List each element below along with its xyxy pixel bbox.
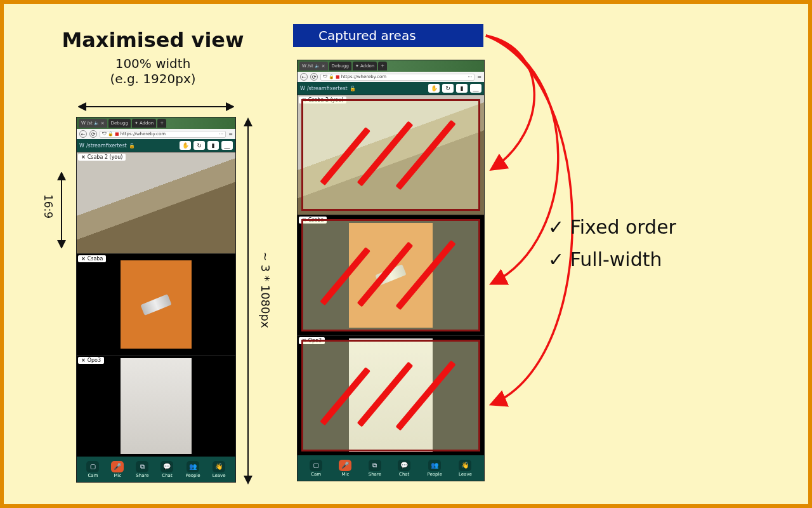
share-button[interactable]: ⧉Share	[369, 460, 381, 477]
aspect-ratio-label: 16:9	[42, 194, 55, 218]
hand-button[interactable]: ✋	[428, 84, 440, 93]
browser-window-left: W/st🔈× Debugg ✦Addon + ← ⟳ 🛡 🔒 ■ https:/…	[76, 117, 236, 483]
screen-share-icon: ⧉	[136, 461, 148, 472]
room-name: W/streamfixertest🔓	[300, 86, 426, 91]
leave-button[interactable]: 👋Leave	[459, 460, 472, 477]
close-icon[interactable]: ×	[81, 256, 86, 262]
chat-icon: 💬	[398, 460, 410, 471]
bullet-fixed-order: Fixed order	[548, 211, 676, 243]
close-icon[interactable]: ×	[81, 358, 86, 363]
people-button[interactable]: 👥People	[185, 461, 200, 478]
camera-icon: ▢	[86, 461, 99, 472]
reload-button[interactable]: ⟳	[310, 73, 318, 81]
room-bar: W/streamfixertest🔓 ✋ ↻ ▮ __	[298, 82, 484, 95]
feature-bullets: Fixed order Full-width	[548, 211, 676, 276]
call-toolbar: ▢Cam 🎤Mic ⧉Share 💬Chat 👥People 👋Leave	[298, 455, 484, 481]
participant-chip[interactable]: ×Opo3	[78, 357, 104, 364]
wave-icon: 👋	[213, 461, 225, 472]
url-text: https://whereby.com	[121, 131, 166, 137]
title-block: Maximised view 100% width (e.g. 1920px)	[42, 28, 264, 86]
aspect-ratio-arrow	[56, 172, 67, 248]
close-icon[interactable]: ×	[81, 154, 86, 160]
people-icon: 👥	[428, 460, 441, 471]
mic-button[interactable]: 🎤Mic	[339, 460, 351, 477]
url-text: https://whereby.com	[341, 74, 386, 79]
video-pane[interactable]: ×Opo3	[77, 355, 235, 457]
people-icon: 👥	[187, 461, 199, 472]
video-grid: ×Csaba 2 (you) ×Csaba ×Opo3	[298, 95, 484, 455]
subtitle-width: 100% width	[42, 56, 264, 71]
lock-icon: 🔒	[108, 131, 114, 137]
leave-button[interactable]: 👋Leave	[213, 461, 226, 478]
capture-area-overlay	[301, 340, 480, 451]
hand-button[interactable]: ✋	[180, 141, 191, 150]
mic-off-icon: 🎤	[111, 461, 124, 472]
share-button[interactable]: ⧉Share	[136, 461, 148, 478]
shield-icon: 🛡	[102, 131, 107, 137]
menu-icon[interactable]: ≡	[477, 74, 481, 80]
browser-tab[interactable]: W/st🔈×	[299, 62, 328, 70]
width-arrow	[78, 100, 234, 113]
cam-button[interactable]: ▢Cam	[310, 460, 322, 477]
browser-tab-strip: W/st🔈× Debugg ✦Addon +	[298, 60, 484, 72]
participant-chip[interactable]: ×Csaba	[78, 255, 106, 262]
shield-icon: 🛡	[323, 74, 327, 79]
height-arrow	[242, 117, 254, 485]
mic-off-icon: 🎤	[339, 460, 351, 471]
mic-button[interactable]: 🎤Mic	[111, 461, 124, 478]
room-bar: W/streamfixertest🔓 ✋ ↻ ▮ __	[77, 139, 235, 152]
minimize-button[interactable]: __	[470, 84, 481, 93]
capture-area-overlay	[301, 99, 480, 211]
participant-chip[interactable]: ×Csaba 2 (you)	[78, 154, 126, 161]
browser-url-bar: ← ⟳ 🛡 🔒 ■ https://whereby.com ⋯ ≡	[77, 129, 235, 139]
camera-icon: ▢	[310, 460, 322, 471]
lock-icon: 🔒	[329, 74, 334, 79]
lock-icon: 🔓	[350, 86, 356, 91]
room-name: W/streamfixertest🔓	[79, 143, 177, 149]
video-pane[interactable]: ×Csaba 2 (you)	[298, 95, 484, 215]
url-input[interactable]: 🛡 🔒 ■ https://whereby.com ⋯	[100, 131, 226, 138]
menu-icon[interactable]: ≡	[228, 131, 233, 137]
back-button[interactable]: ←	[300, 73, 308, 81]
url-input[interactable]: 🛡 🔒 ■ https://whereby.com ⋯	[320, 74, 475, 81]
capture-area-overlay	[301, 219, 480, 331]
wave-icon: 👋	[459, 460, 471, 471]
lock-icon: 🔓	[129, 143, 135, 149]
refresh-button[interactable]: ↻	[442, 84, 454, 93]
camera-icon: ■	[336, 74, 340, 79]
video-grid: ×Csaba 2 (you) ×Csaba ×Opo3	[77, 152, 235, 457]
subtitle-example: (e.g. 1920px)	[42, 71, 264, 86]
screen-share-icon: ⧉	[369, 460, 381, 471]
chat-button[interactable]: 💬Chat	[160, 461, 173, 478]
browser-window-right: W/st🔈× Debugg ✦Addon + ← ⟳ 🛡 🔒 ■ https:/…	[297, 60, 485, 481]
layout-button[interactable]: ▮	[456, 84, 468, 93]
browser-tab[interactable]: Debugg	[329, 62, 351, 70]
chat-icon: 💬	[160, 461, 173, 472]
video-pane[interactable]: ×Csaba	[298, 215, 484, 335]
layout-button[interactable]: ▮	[207, 141, 219, 150]
video-pane[interactable]: ×Csaba	[77, 253, 235, 355]
browser-tab[interactable]: ✦Addon	[353, 62, 377, 70]
new-tab-button[interactable]: +	[378, 62, 387, 70]
people-button[interactable]: 👥People	[427, 460, 442, 477]
height-label: ~ 3 * 1080px	[259, 251, 272, 328]
browser-tab[interactable]: Debugg	[108, 119, 131, 128]
refresh-button[interactable]: ↻	[193, 141, 205, 150]
page-title: Maximised view	[42, 28, 264, 52]
video-pane[interactable]: ×Csaba 2 (you)	[77, 152, 235, 253]
browser-url-bar: ← ⟳ 🛡 🔒 ■ https://whereby.com ⋯ ≡	[298, 72, 484, 82]
video-pane[interactable]: ×Opo3	[298, 335, 484, 455]
bullet-full-width: Full-width	[548, 243, 676, 276]
camera-icon: ■	[115, 131, 119, 137]
chat-button[interactable]: 💬Chat	[398, 460, 410, 477]
reload-button[interactable]: ⟳	[89, 130, 97, 138]
minimize-button[interactable]: __	[221, 141, 233, 150]
captured-areas-label: Captured areas	[293, 24, 483, 47]
cam-button[interactable]: ▢Cam	[86, 461, 99, 478]
back-button[interactable]: ←	[79, 130, 87, 138]
call-toolbar: ▢Cam 🎤Mic ⧉Share 💬Chat 👥People 👋Leave	[77, 457, 235, 482]
browser-tab[interactable]: ✦Addon	[132, 119, 156, 128]
browser-tab[interactable]: W/st🔈×	[79, 119, 107, 128]
browser-tab-strip: W/st🔈× Debugg ✦Addon +	[77, 117, 235, 129]
new-tab-button[interactable]: +	[157, 119, 166, 128]
